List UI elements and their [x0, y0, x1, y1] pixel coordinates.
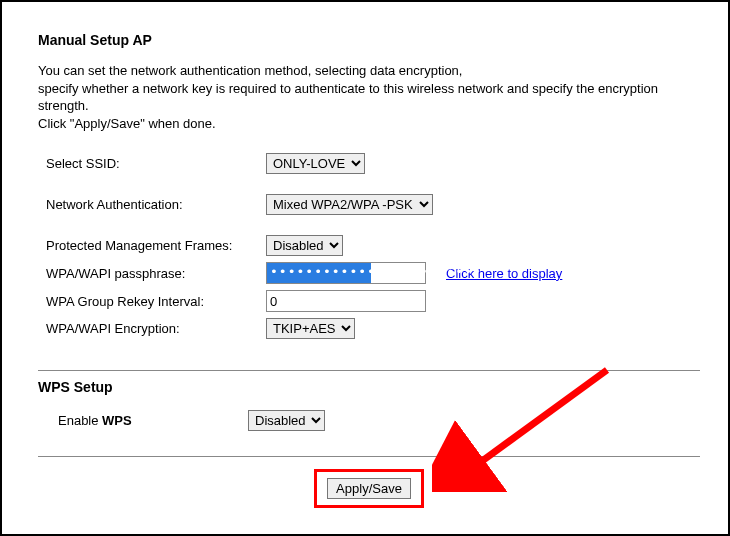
section-divider: [38, 370, 700, 371]
ssid-label: Select SSID:: [46, 156, 120, 171]
wps-form: Enable WPS Disabled: [38, 407, 448, 434]
rekey-input[interactable]: [266, 290, 426, 312]
auth-select[interactable]: Mixed WPA2/WPA -PSK: [266, 194, 433, 215]
wps-select[interactable]: Disabled: [248, 410, 325, 431]
apply-save-button[interactable]: Apply/Save: [327, 478, 411, 499]
apply-button-highlight: Apply/Save: [314, 469, 424, 508]
pmf-select[interactable]: Disabled: [266, 235, 343, 256]
enc-label: WPA/WAPI Encryption:: [46, 321, 180, 336]
ssid-select[interactable]: ONLY-LOVE: [266, 153, 365, 174]
intro-line-1: You can set the network authentication m…: [38, 63, 462, 78]
wps-enable-label: Enable WPS: [58, 413, 132, 428]
settings-form: Select SSID: ONLY-LOVE Network Authentic…: [38, 150, 562, 342]
intro-text: You can set the network authentication m…: [38, 62, 700, 132]
passphrase-input[interactable]: [266, 262, 426, 284]
wps-heading: WPS Setup: [38, 379, 700, 395]
passphrase-label: WPA/WAPI passphrase:: [46, 266, 185, 281]
intro-line-3: Click "Apply/Save" when done.: [38, 116, 216, 131]
pmf-label: Protected Management Frames:: [46, 238, 232, 253]
intro-line-2: specify whether a network key is require…: [38, 81, 658, 114]
auth-label: Network Authentication:: [46, 197, 183, 212]
page-title: Manual Setup AP: [38, 32, 700, 48]
section-divider-2: [38, 456, 700, 457]
rekey-label: WPA Group Rekey Interval:: [46, 294, 204, 309]
display-passphrase-link[interactable]: Click here to display: [446, 266, 562, 281]
enc-select[interactable]: TKIP+AES: [266, 318, 355, 339]
